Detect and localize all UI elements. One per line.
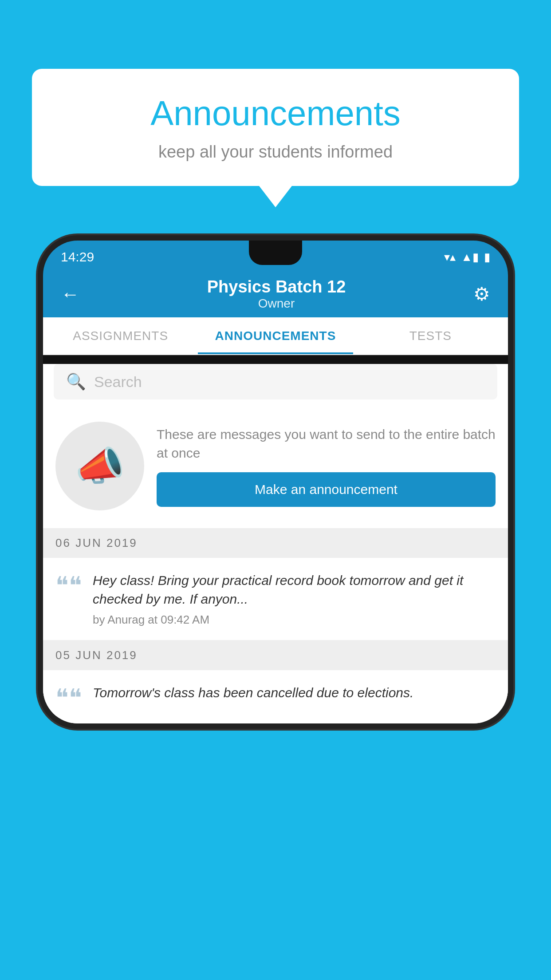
volume-button [38,418,41,454]
header-subtitle: Owner [207,296,346,311]
make-announcement-button[interactable]: Make an announcement [157,472,496,507]
speech-bubble: Announcements keep all your students inf… [32,69,519,186]
announcement-content-1: Hey class! Bring your practical record b… [93,571,496,627]
quote-icon-2: ❝❝ [55,686,82,710]
announcement-right: These are messages you want to send to t… [157,425,496,507]
announcement-text-2: Tomorrow's class has been cancelled due … [93,684,496,702]
announcement-item-2: ❝❝ Tomorrow's class has been cancelled d… [43,670,508,723]
content-area: 🔍 Search 📣 These are messages you want t… [43,364,508,723]
battery-icon: ▮ [484,250,490,264]
search-icon: 🔍 [66,372,86,391]
tab-announcements[interactable]: ANNOUNCEMENTS [198,317,353,354]
phone-notch [249,241,302,265]
gear-icon[interactable]: ⚙ [473,283,490,305]
announcement-icon-circle: 📣 [55,422,144,510]
app-header: ← Physics Batch 12 Owner ⚙ [43,271,508,317]
wifi-icon: ▾▴ [444,250,456,264]
power-button [510,396,513,449]
header-center: Physics Batch 12 Owner [207,277,346,311]
bubble-title: Announcements [59,93,492,134]
status-time: 14:29 [61,249,94,265]
signal-icon: ▲▮ [461,250,479,264]
announcement-description: These are messages you want to send to t… [157,425,496,462]
search-bar[interactable]: 🔍 Search [54,364,497,399]
announcement-prompt: 📣 These are messages you want to send to… [43,408,508,528]
tab-bar: ASSIGNMENTS ANNOUNCEMENTS TESTS [43,317,508,355]
megaphone-icon: 📣 [75,443,125,490]
speech-bubble-container: Announcements keep all your students inf… [32,69,519,186]
announcement-item-1: ❝❝ Hey class! Bring your practical recor… [43,558,508,640]
announcement-meta-1: by Anurag at 09:42 AM [93,613,496,627]
quote-icon-1: ❝❝ [55,573,82,598]
phone: 14:29 ▾▴ ▲▮ ▮ ← Physics Batch 12 Owner ⚙… [38,235,513,729]
search-placeholder: Search [94,373,142,391]
tab-tests[interactable]: TESTS [353,317,508,354]
date-separator-2: 05 JUN 2019 [43,640,508,670]
back-button[interactable]: ← [61,284,79,305]
phone-wrapper: 14:29 ▾▴ ▲▮ ▮ ← Physics Batch 12 Owner ⚙… [38,235,513,980]
date-separator-1: 06 JUN 2019 [43,528,508,558]
bubble-subtitle: keep all your students informed [59,142,492,162]
header-title: Physics Batch 12 [207,277,346,296]
announcement-text-1: Hey class! Bring your practical record b… [93,571,496,609]
status-icons: ▾▴ ▲▮ ▮ [444,250,490,264]
tab-assignments[interactable]: ASSIGNMENTS [43,317,198,354]
volume-down-button [510,462,513,498]
announcement-content-2: Tomorrow's class has been cancelled due … [93,684,496,707]
